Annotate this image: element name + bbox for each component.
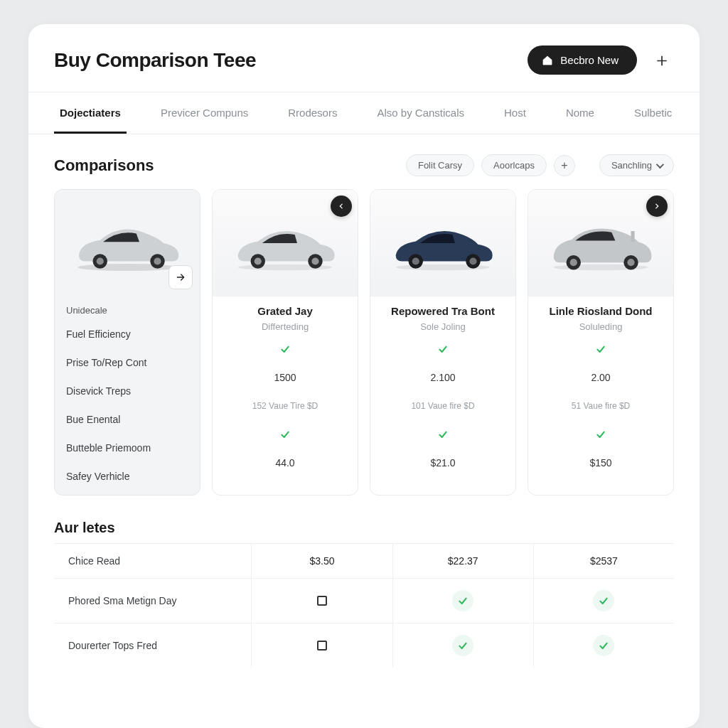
table-row-2-v1 xyxy=(392,623,533,668)
car-body-0: Grated Jay Differteding 1500 152 Vaue Ti… xyxy=(213,296,358,481)
chevron-down-icon xyxy=(656,160,664,168)
check-icon xyxy=(598,640,609,651)
car2-check1 xyxy=(540,335,662,363)
car0-val3: 1500 xyxy=(224,363,346,392)
aurletes-section: Aur letes Chice Read $3.50 $22.37 $2537 … xyxy=(28,496,700,668)
car-image-1 xyxy=(370,190,515,296)
tab-dojectiaters[interactable]: Dojectiaters xyxy=(54,92,127,134)
feature-list: Fuel Efficiency Prise To/Rep Cont Disevi… xyxy=(66,320,188,491)
table-row-1-v1 xyxy=(392,578,533,623)
check-icon xyxy=(457,640,469,651)
feature-label-0: Unidecale xyxy=(66,305,188,316)
check-pill xyxy=(593,635,614,656)
table-row-0-v1: $22.37 xyxy=(392,543,533,578)
aurletes-title: Aur letes xyxy=(54,520,674,536)
feature-label-1: Fuel Efficiency xyxy=(66,320,188,348)
filter-add[interactable]: + xyxy=(554,155,575,176)
car-card-0[interactable]: Grated Jay Differteding 1500 152 Vaue Ti… xyxy=(212,189,358,496)
car-name-0: Grated Jay xyxy=(224,305,346,317)
becbro-new-label: Becbro New xyxy=(560,54,619,66)
car1-check2 xyxy=(382,420,504,449)
comparisons-title: Comparisons xyxy=(54,156,154,175)
tab-also-by-cansticals[interactable]: Also by Cansticals xyxy=(371,92,470,134)
table-row-1-label: Phored Sma Metign Day xyxy=(54,578,251,623)
tab-rrodesors[interactable]: Rrodesors xyxy=(282,92,343,134)
check-icon xyxy=(598,595,609,606)
car0-check2 xyxy=(224,420,346,449)
car2-val6: $150 xyxy=(540,449,662,477)
car-card-1[interactable]: Repowered Tra Bont Sole Joling 2.100 101… xyxy=(370,189,516,496)
table-row-0-v2: $2537 xyxy=(533,543,674,578)
car2-val3: 2.00 xyxy=(540,363,662,392)
car-illustration xyxy=(382,211,503,275)
table-row-1-v2 xyxy=(533,578,674,623)
svg-point-12 xyxy=(412,257,419,264)
chevron-left-icon xyxy=(338,203,345,210)
comparisons-section: Comparisons Folit Carsy Aoorlcaps + Sanc… xyxy=(28,134,700,496)
add-button[interactable]: ＋ xyxy=(650,48,674,73)
empty-icon xyxy=(317,641,327,651)
check-icon xyxy=(279,343,291,355)
svg-point-7 xyxy=(255,257,262,264)
car-image-2 xyxy=(528,190,673,296)
car0-val6: 44.0 xyxy=(224,449,346,477)
feature-arrow-button[interactable] xyxy=(168,265,193,289)
tab-previcer-compuns[interactable]: Previcer Compuns xyxy=(155,92,254,134)
car-sub-2: Soluleding xyxy=(540,321,662,332)
tab-nome[interactable]: Nome xyxy=(560,92,600,134)
feature-label-2: Prise To/Rep Cont xyxy=(66,348,188,377)
feature-car-image xyxy=(55,190,200,296)
table-row-1-v0 xyxy=(251,578,392,623)
check-icon xyxy=(457,595,469,606)
tab-host[interactable]: Host xyxy=(498,92,532,134)
filter-row: Folit Carsy Aoorlcaps + Sanchling xyxy=(406,154,674,176)
feature-label-6: Safey Verhicle xyxy=(66,462,188,491)
check-pill xyxy=(452,590,473,611)
car-illustration xyxy=(540,211,661,275)
filter-aoorlcaps[interactable]: Aoorlcaps xyxy=(481,154,547,176)
car-illustration xyxy=(225,211,346,275)
feature-card-body: Unidecale Fuel Efficiency Prise To/Rep C… xyxy=(55,296,200,495)
svg-point-20 xyxy=(627,259,634,266)
header: Buy Comparison Teee Becbro New ＋ xyxy=(28,24,700,92)
check-icon xyxy=(279,429,291,440)
chevron-right-icon xyxy=(653,203,660,210)
check-icon xyxy=(437,343,449,355)
tab-sulbetic[interactable]: Sulbetic xyxy=(628,92,678,134)
check-pill xyxy=(593,590,614,611)
sort-dropdown[interactable]: Sanchling xyxy=(599,154,674,176)
cards-row: Unidecale Fuel Efficiency Prise To/Rep C… xyxy=(54,189,674,496)
car1-val3: 2.100 xyxy=(382,363,504,392)
next-button[interactable] xyxy=(646,196,668,217)
car-image-0 xyxy=(213,190,358,296)
car-body-2: Linle Riosland Dond Soluleding 2.00 51 V… xyxy=(528,296,673,481)
feature-label-5: Butteble Priemoom xyxy=(66,434,188,462)
car-card-2[interactable]: Linle Riosland Dond Soluleding 2.00 51 V… xyxy=(528,189,674,496)
svg-point-9 xyxy=(311,257,318,264)
car-sub-0: Differteding xyxy=(224,321,346,332)
plus-icon: + xyxy=(561,159,567,172)
prev-button[interactable] xyxy=(331,196,352,217)
car-body-1: Repowered Tra Bont Sole Joling 2.100 101… xyxy=(370,296,515,481)
app-window: Buy Comparison Teee Becbro New ＋ Dojecti… xyxy=(28,24,700,728)
car0-val4: 152 Vaue Tire $D xyxy=(224,392,346,420)
svg-point-4 xyxy=(154,257,161,264)
becbro-new-button[interactable]: Becbro New xyxy=(528,46,637,75)
table-row-2-v2 xyxy=(533,623,674,668)
car0-check1 xyxy=(224,335,346,363)
check-icon xyxy=(595,343,606,355)
car-name-2: Linle Riosland Dond xyxy=(540,305,662,317)
feature-label-4: Bue Enental xyxy=(66,405,188,434)
table-row-2-label: Dourerter Tops Fred xyxy=(54,623,251,668)
check-pill xyxy=(452,635,473,656)
check-icon xyxy=(437,429,449,440)
filter-folit-carsy[interactable]: Folit Carsy xyxy=(406,154,474,176)
svg-point-2 xyxy=(97,257,104,264)
table-row-2-v0 xyxy=(251,623,392,668)
header-actions: Becbro New ＋ xyxy=(528,46,674,75)
car2-val4: 51 Vaue fire $D xyxy=(540,392,662,420)
car1-val6: $21.0 xyxy=(382,449,504,477)
car1-check1 xyxy=(382,335,504,363)
tabs: Dojectiaters Previcer Compuns Rrodesors … xyxy=(28,92,700,134)
table-row-0-v0: $3.50 xyxy=(251,543,392,578)
